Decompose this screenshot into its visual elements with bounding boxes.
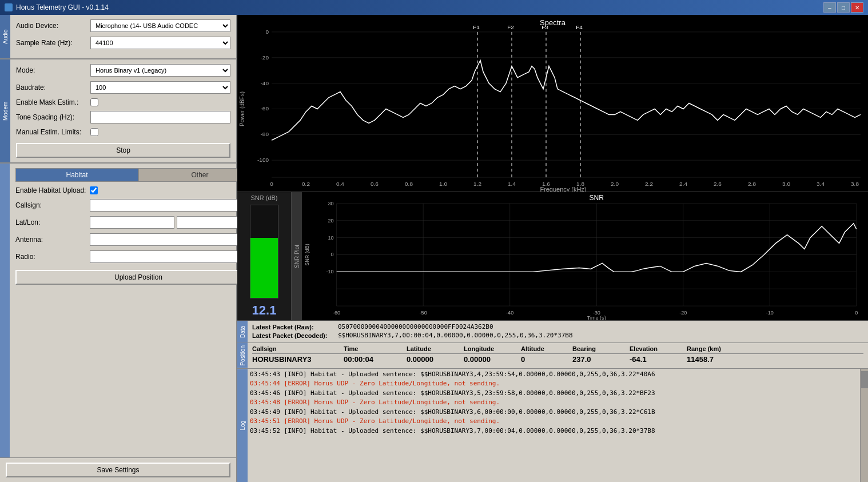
log-line: 03:45:48 [ERROR] Horus UDP - Zero Latitu… — [250, 398, 858, 408]
scrollbar-thumb[interactable] — [861, 371, 868, 388]
svg-text:0: 0 — [331, 252, 334, 258]
svg-text:SNR: SNR — [589, 194, 604, 202]
save-settings-button[interactable]: Save Settings — [6, 463, 230, 477]
svg-text:-10: -10 — [326, 269, 333, 274]
svg-text:0.8: 0.8 — [405, 181, 413, 187]
sample-rate-select[interactable]: 44100 — [90, 37, 230, 49]
decoded-label: Latest Packet (Decoded): — [252, 332, 338, 339]
snr-plot-vtab: SNR Plot — [292, 192, 302, 320]
baudrate-label: Baudrate: — [16, 83, 90, 91]
svg-text:2.8: 2.8 — [748, 181, 756, 187]
col-header-range: Range (km) — [687, 345, 863, 352]
spectra-chart: Spectra 0 -20 -40 -60 -80 -100 — [237, 15, 868, 192]
snr-bar-fill — [250, 238, 278, 298]
close-button[interactable]: ✕ — [851, 2, 863, 13]
svg-text:2.2: 2.2 — [645, 181, 653, 187]
pos-longitude: 0.00000 — [464, 355, 521, 364]
spectra-title: Spectra — [237, 16, 868, 29]
svg-text:0: 0 — [270, 181, 273, 187]
svg-text:3.0: 3.0 — [782, 181, 790, 187]
habitat-tabs: Habitat Other — [15, 168, 261, 182]
maximize-button[interactable]: □ — [837, 2, 850, 13]
snr-bar-container: SNR (dB) 12.1 — [237, 192, 292, 320]
mode-label: Mode: — [16, 66, 90, 74]
log-line: 03:45:46 [INFO] Habitat - Uploaded sente… — [250, 389, 858, 399]
svg-text:30: 30 — [328, 201, 333, 206]
habitat-tab-label — [0, 164, 10, 457]
svg-text:-20: -20 — [261, 54, 269, 61]
enable-upload-checkbox[interactable] — [90, 186, 98, 194]
pos-bearing: 237.0 — [572, 355, 630, 364]
antenna-label: Antenna: — [15, 236, 90, 244]
svg-text:-40: -40 — [261, 80, 269, 86]
position-section: Position Callsign Time Latitude Longitud… — [237, 343, 868, 369]
stop-button[interactable]: Stop — [16, 143, 230, 158]
latlon-label: Lat/Lon: — [15, 218, 90, 226]
snr-value: 12.1 — [252, 301, 277, 320]
antenna-input[interactable]: X-50 — [90, 233, 261, 246]
svg-text:-60: -60 — [261, 105, 269, 111]
svg-text:3.4: 3.4 — [817, 181, 825, 187]
upload-position-button[interactable]: Upload Position — [15, 270, 261, 285]
log-line: 03:45:44 [ERROR] Horus UDP - Zero Latitu… — [250, 379, 858, 389]
log-line: 03:45:51 [ERROR] Horus UDP - Zero Latitu… — [250, 417, 858, 427]
svg-rect-0 — [237, 15, 868, 192]
baudrate-select[interactable]: 100 — [90, 81, 230, 94]
svg-text:-40: -40 — [506, 310, 513, 316]
manual-estim-checkbox[interactable] — [90, 128, 98, 136]
snr-bar-area — [250, 205, 278, 298]
habitat-tab[interactable]: Habitat — [15, 168, 138, 182]
svg-text:Power (dBFs): Power (dBFs) — [239, 91, 245, 126]
log-line: 03:45:43 [INFO] Habitat - Uploaded sente… — [250, 370, 858, 380]
window-title: Horus Telemetry GUI - v0.1.14 — [16, 3, 109, 11]
svg-text:0: 0 — [265, 29, 269, 35]
svg-text:0.4: 0.4 — [336, 181, 344, 187]
log-content[interactable]: 03:45:43 [INFO] Habitat - Uploaded sente… — [248, 369, 860, 482]
col-header-time: Time — [344, 345, 407, 352]
enable-mask-label: Enable Mask Estim.: — [16, 98, 90, 106]
manual-estim-label: Manual Estim. Limits: — [16, 128, 90, 136]
middle-row: SNR (dB) 12.1 SNR Plot — [237, 192, 868, 321]
minimize-button[interactable]: – — [823, 2, 836, 13]
audio-tab-label: Audio — [0, 15, 10, 58]
lat-input[interactable] — [90, 216, 174, 229]
svg-text:0.6: 0.6 — [371, 181, 379, 187]
svg-text:20: 20 — [328, 218, 333, 224]
log-line: 03:45:49 [INFO] Habitat - Uploaded sente… — [250, 408, 858, 417]
svg-text:2.6: 2.6 — [714, 181, 722, 187]
svg-text:-100: -100 — [257, 157, 269, 163]
log-scrollbar[interactable] — [860, 369, 868, 482]
radio-label: Radio: — [15, 253, 90, 261]
left-panel: Audio Audio Device: Microphone (14- USB … — [0, 15, 237, 482]
svg-text:3.8: 3.8 — [851, 181, 859, 187]
svg-text:SNR (dB): SNR (dB) — [304, 244, 310, 265]
habitat-section: Habitat Other Enable Habitat Upload: Cal… — [0, 164, 236, 457]
log-line: 03:45:52 [INFO] Habitat - Uploaded sente… — [250, 427, 858, 436]
window-controls: – □ ✕ — [823, 2, 863, 13]
log-tab-label: Log — [237, 369, 248, 482]
enable-mask-checkbox[interactable] — [90, 98, 98, 106]
svg-text:-80: -80 — [261, 131, 269, 137]
svg-text:-60: -60 — [333, 310, 340, 316]
decoded-value: $$HORUSBINARY3,7,00:00:04,0.00000,0.0000… — [338, 332, 573, 339]
callsign-input[interactable]: VK5QI-1 — [90, 199, 261, 212]
pos-altitude: 0 — [521, 355, 572, 364]
mode-select[interactable]: Horus Binary v1 (Legacy) — [90, 64, 230, 77]
svg-text:-50: -50 — [420, 310, 427, 316]
svg-text:10: 10 — [328, 235, 333, 241]
pos-time: 00:00:04 — [344, 355, 407, 364]
audio-device-select[interactable]: Microphone (14- USB Audio CODEC — [90, 19, 230, 32]
raw-value: 05070000000400000000000000000FF0024A362B… — [338, 323, 493, 330]
raw-label: Latest Packet (Raw): — [252, 324, 338, 330]
modem-tab-label: Modem — [0, 59, 10, 162]
svg-text:0.2: 0.2 — [302, 181, 310, 187]
spectra-svg: 0 -20 -40 -60 -80 -100 Power (dBFs) 0 0.… — [237, 15, 868, 192]
modem-section: Modem Mode: Horus Binary v1 (Legacy) Bau… — [0, 59, 236, 164]
svg-text:2.4: 2.4 — [679, 181, 687, 187]
callsign-label: Callsign: — [15, 201, 90, 209]
radio-input[interactable]: IC-9700 — [90, 250, 261, 263]
svg-text:-10: -10 — [766, 310, 774, 316]
col-header-bearing: Bearing — [572, 345, 630, 352]
pos-latitude: 0.00000 — [407, 355, 464, 364]
tone-spacing-input[interactable]: 270 — [90, 111, 230, 124]
